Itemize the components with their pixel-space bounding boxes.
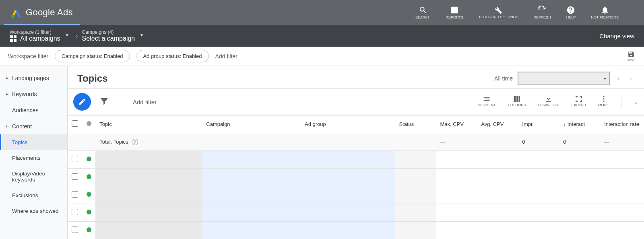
sidebar-item-content[interactable]: ▾Content bbox=[0, 118, 67, 134]
row-checkbox[interactable] bbox=[72, 156, 78, 162]
workspace-filter-label: Workspace filter bbox=[8, 53, 48, 60]
save-button[interactable]: SAVE bbox=[627, 51, 636, 62]
refresh-button[interactable]: REFRESH bbox=[534, 6, 551, 19]
col-avgcpv[interactable]: Avg. CPV bbox=[477, 115, 518, 133]
cell-adgroup bbox=[301, 186, 395, 204]
table-toolbar: Add filter SEGMENT COLUMNS DOWNLOAD EXPA… bbox=[68, 89, 644, 115]
segment-icon bbox=[483, 95, 491, 103]
cell-status bbox=[395, 222, 436, 239]
sidebar-item-landing-pages[interactable]: ►Landing pages bbox=[0, 70, 67, 86]
cell-topic bbox=[95, 151, 202, 169]
google-ads-logo-icon bbox=[10, 6, 22, 19]
cell-avgcpv bbox=[477, 186, 518, 204]
table-row[interactable] bbox=[68, 186, 644, 204]
cell-adgroup bbox=[301, 204, 395, 222]
col-status[interactable]: Status bbox=[395, 115, 436, 133]
cell-topic bbox=[95, 169, 202, 186]
sidebar-sub-exclusions[interactable]: Exclusions bbox=[0, 187, 67, 203]
topics-table: Topic Campaign Ad group Status Max. CPV … bbox=[68, 115, 644, 239]
filter-chip-adgroup-status[interactable]: Ad group status: Enabled bbox=[136, 50, 209, 62]
save-icon bbox=[627, 51, 635, 58]
breadcrumb-separator: › bbox=[76, 32, 78, 40]
columns-button[interactable]: COLUMNS bbox=[508, 95, 526, 107]
date-range-picker[interactable]: ▼ bbox=[518, 72, 610, 85]
table-row[interactable] bbox=[68, 169, 644, 186]
chevron-down-icon: ▼ bbox=[65, 33, 69, 37]
row-checkbox[interactable] bbox=[72, 191, 78, 198]
top-actions: SEARCH REPORTS TOOLS AND SETTINGS REFRES… bbox=[415, 6, 634, 19]
tools-settings-button[interactable]: TOOLS AND SETTINGS bbox=[479, 6, 518, 19]
col-impr[interactable]: Impr. bbox=[518, 115, 559, 133]
col-campaign[interactable]: Campaign bbox=[202, 115, 301, 133]
table-row[interactable] bbox=[68, 222, 644, 239]
grid-icon bbox=[10, 35, 17, 42]
filter-button[interactable] bbox=[100, 97, 109, 107]
logo[interactable]: Google Ads bbox=[10, 6, 73, 19]
row-checkbox[interactable] bbox=[72, 227, 78, 233]
table-header-row: Topic Campaign Ad group Status Max. CPV … bbox=[68, 115, 644, 133]
change-view-button[interactable]: Change view bbox=[599, 33, 634, 39]
cell-impr bbox=[518, 151, 559, 169]
more-button[interactable]: MORE bbox=[598, 95, 609, 107]
add-table-filter[interactable]: Add filter bbox=[133, 99, 157, 105]
reports-button[interactable]: REPORTS bbox=[446, 6, 463, 19]
row-checkbox[interactable] bbox=[72, 173, 78, 180]
help-icon[interactable]: ? bbox=[132, 139, 138, 145]
cell-topic bbox=[95, 222, 202, 239]
sidebar-sub-display-video-keywords[interactable]: Display/Video keywords bbox=[0, 166, 67, 187]
help-button[interactable]: HELP bbox=[566, 6, 576, 19]
segment-button[interactable]: SEGMENT bbox=[478, 95, 496, 107]
status-enabled-icon bbox=[87, 157, 91, 161]
col-topic[interactable]: Topic bbox=[95, 115, 202, 133]
caret-right-icon: ► bbox=[6, 76, 10, 80]
cell-interaction-rate bbox=[600, 186, 644, 204]
cell-impr bbox=[518, 169, 559, 186]
cell-adgroup bbox=[301, 169, 395, 186]
date-range-label: All time bbox=[494, 75, 513, 82]
col-interact[interactable]: ↓Interact bbox=[559, 115, 600, 133]
cell-avgcpv bbox=[477, 151, 518, 169]
svg-point-3 bbox=[603, 101, 604, 102]
col-maxcpv[interactable]: Max. CPV bbox=[436, 115, 477, 133]
campaign-selector[interactable]: Campaigns (4) Select a campaign ▼ bbox=[82, 25, 147, 47]
add-workspace-filter[interactable]: Add filter bbox=[215, 53, 237, 60]
cell-status bbox=[395, 151, 436, 169]
next-period-button[interactable]: › bbox=[627, 73, 634, 84]
prev-period-button[interactable]: ‹ bbox=[615, 73, 622, 84]
status-header bbox=[83, 115, 96, 133]
expand-button[interactable]: EXPAND bbox=[572, 95, 586, 107]
left-sidebar: ►Landing pages ►Keywords Audiences ▾Cont… bbox=[0, 66, 68, 239]
cell-interact bbox=[559, 151, 600, 169]
workspace-selector[interactable]: Workspace (1 filter) All campaigns ▼ bbox=[10, 25, 72, 47]
filter-chip-campaign-status[interactable]: Campaign status: Enabled bbox=[55, 50, 130, 62]
cell-interact bbox=[559, 186, 600, 204]
sidebar-sub-placements[interactable]: Placements bbox=[0, 150, 67, 166]
col-adgroup[interactable]: Ad group bbox=[301, 115, 395, 133]
cell-impr bbox=[518, 222, 559, 239]
pencil-icon bbox=[78, 98, 86, 106]
table-row[interactable] bbox=[68, 204, 644, 222]
content-area: Topics All time ▼ ‹ › Add filter SEGMENT… bbox=[68, 66, 644, 239]
sidebar-item-audiences[interactable]: Audiences bbox=[0, 102, 67, 118]
sidebar-sub-topics[interactable]: Topics bbox=[0, 134, 67, 150]
main-area: ►Landing pages ►Keywords Audiences ▾Cont… bbox=[0, 66, 644, 239]
cell-adgroup bbox=[301, 151, 395, 169]
search-button[interactable]: SEARCH bbox=[415, 6, 431, 19]
col-interaction-rate[interactable]: Interaction rate bbox=[600, 115, 644, 133]
sidebar-item-keywords[interactable]: ►Keywords bbox=[0, 86, 67, 102]
divider bbox=[621, 95, 621, 109]
download-button[interactable]: DOWNLOAD bbox=[538, 95, 559, 107]
collapse-toggle[interactable]: ⌄ bbox=[634, 99, 638, 105]
cell-avgcpv bbox=[477, 222, 518, 239]
status-enabled-icon bbox=[87, 227, 91, 232]
select-all-checkbox[interactable] bbox=[68, 115, 83, 133]
table-row[interactable] bbox=[68, 151, 644, 169]
search-icon bbox=[419, 6, 427, 14]
add-topic-button[interactable] bbox=[73, 93, 91, 111]
row-checkbox[interactable] bbox=[72, 209, 78, 215]
funnel-icon bbox=[100, 97, 109, 105]
cell-campaign bbox=[202, 186, 301, 204]
sidebar-sub-where-ads-showed[interactable]: Where ads showed bbox=[0, 203, 67, 219]
columns-icon bbox=[513, 95, 521, 103]
notifications-button[interactable]: NOTIFICATIONS bbox=[591, 6, 619, 19]
